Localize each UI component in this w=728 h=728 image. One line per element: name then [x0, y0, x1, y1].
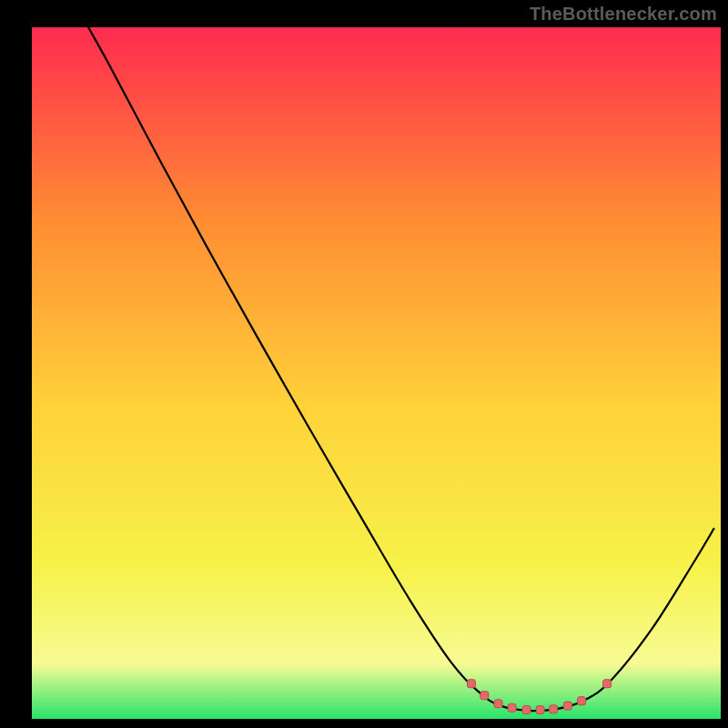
- curve-marker: [522, 706, 531, 714]
- bottleneck-chart: [0, 0, 728, 728]
- curve-marker: [494, 700, 502, 708]
- plot-area: [32, 27, 721, 719]
- curve-marker: [508, 703, 516, 712]
- curve-marker: [480, 692, 489, 700]
- watermark-text: TheBottlenecker.com: [530, 4, 717, 25]
- curve-marker: [578, 697, 586, 705]
- curve-marker: [603, 680, 612, 688]
- curve-marker: [563, 702, 571, 710]
- curve-marker: [467, 680, 475, 688]
- curve-marker: [550, 705, 558, 713]
- curve-marker: [536, 706, 544, 714]
